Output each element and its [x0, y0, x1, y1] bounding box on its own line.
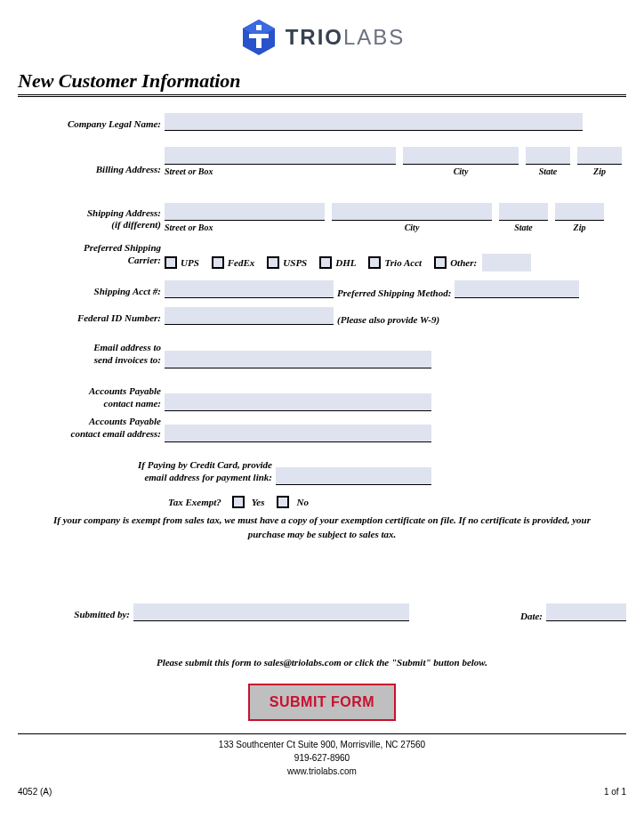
input-invoice-email[interactable] [165, 351, 431, 368]
input-date[interactable] [546, 603, 626, 621]
doc-id: 4052 (A) [18, 787, 52, 797]
label-yes: Yes [252, 497, 265, 507]
footer-web: www.triolabs.com [18, 765, 626, 778]
input-company[interactable] [165, 113, 583, 131]
sublabel-city: City [403, 165, 519, 176]
logo-text: TRIOLABS [286, 25, 406, 50]
input-billing-zip[interactable] [577, 147, 622, 165]
input-fed-id[interactable] [165, 307, 334, 325]
label-carrier: Preferred Shipping Carrier: [18, 241, 165, 269]
input-shipping-city[interactable] [332, 203, 492, 221]
checkbox-ups[interactable] [165, 256, 177, 269]
label-submitted-by: Submitted by: [18, 609, 133, 621]
checkbox-trio[interactable] [368, 256, 381, 269]
label-company: Company Legal Name: [18, 118, 165, 131]
input-shipping-zip[interactable] [555, 203, 604, 221]
label-usps: USPS [283, 257, 307, 268]
label-cc-email: If Paying by Credit Card, provide email … [18, 458, 276, 486]
label-ap-name: Accounts Payable contact name: [18, 385, 165, 412]
submit-instruction: Please submit this form to sales@triolab… [18, 657, 626, 668]
label-invoice-email: Email address to send invoices to: [18, 341, 165, 368]
label-date: Date: [517, 611, 546, 621]
footer-phone: 919-627-8960 [18, 751, 626, 765]
footer-divider [18, 733, 626, 734]
label-ship-acct: Shipping Acct #: [18, 286, 165, 298]
input-ship-acct[interactable] [165, 280, 334, 298]
label-no: No [296, 497, 308, 507]
label-dhl: DHL [335, 257, 356, 268]
tax-note: If your company is exempt from sales tax… [44, 514, 600, 541]
input-other-carrier[interactable] [482, 254, 531, 271]
sublabel-zip: Zip [577, 165, 622, 176]
input-submitted-by[interactable] [133, 603, 409, 621]
checkbox-usps[interactable] [267, 256, 279, 269]
label-shipping: Shipping Address: (if different) [18, 207, 165, 232]
input-ap-email[interactable] [165, 425, 431, 442]
input-ship-method[interactable] [455, 280, 579, 298]
sublabel-zip2: Zip [555, 221, 604, 232]
input-billing-street[interactable] [165, 147, 396, 165]
logo-icon [239, 18, 278, 57]
label-fed-id: Federal ID Number: [18, 312, 165, 325]
sublabel-state2: State [499, 221, 548, 232]
label-w9: (Please also provide W-9) [334, 314, 443, 325]
checkbox-dhl[interactable] [319, 256, 332, 269]
label-fedex: FedEx [228, 257, 255, 268]
input-billing-city[interactable] [403, 147, 519, 165]
footer-address: 133 Southcenter Ct Suite 900, Morrisvill… [18, 738, 626, 751]
input-shipping-state[interactable] [499, 203, 548, 221]
input-shipping-street[interactable] [165, 203, 325, 221]
svg-rect-4 [249, 34, 269, 38]
input-billing-state[interactable] [526, 147, 570, 165]
page-title: New Customer Information [18, 69, 626, 97]
label-ship-method: Preferred Shipping Method: [334, 287, 455, 298]
label-tax-exempt: Tax Exempt? [165, 497, 225, 507]
sublabel-street2: Street or Box [165, 221, 325, 232]
label-ap-email: Accounts Payable contact email address: [18, 415, 165, 442]
checkbox-fedex[interactable] [212, 256, 224, 269]
sublabel-state: State [526, 165, 570, 176]
label-other: Other: [450, 257, 477, 268]
logo-area: TRIOLABS [18, 9, 626, 69]
label-trio: Trio Acct [384, 257, 422, 268]
label-ups: UPS [181, 257, 199, 268]
label-billing: Billing Address: [18, 164, 165, 176]
checkbox-other[interactable] [434, 256, 447, 269]
svg-rect-2 [256, 25, 262, 30]
sublabel-city2: City [332, 221, 492, 232]
page-number: 1 of 1 [604, 787, 626, 797]
checkbox-tax-no[interactable] [277, 496, 289, 508]
submit-button[interactable]: SUBMIT FORM [248, 684, 396, 721]
sublabel-street: Street or Box [165, 165, 396, 176]
input-ap-name[interactable] [165, 393, 431, 411]
input-cc-email[interactable] [276, 467, 431, 485]
checkbox-tax-yes[interactable] [232, 496, 245, 508]
footer: 133 Southcenter Ct Suite 900, Morrisvill… [18, 738, 626, 778]
